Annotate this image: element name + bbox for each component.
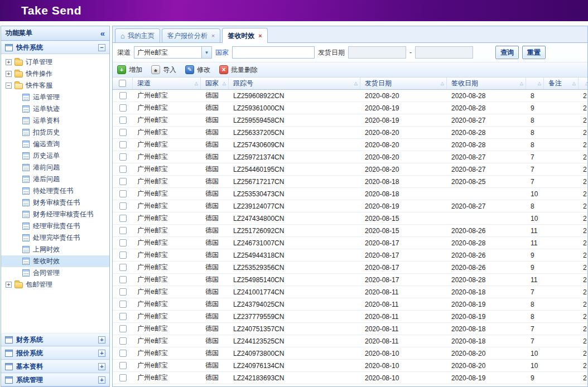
- column-header[interactable]: 发货日期△: [360, 78, 447, 89]
- expand-panel-icon[interactable]: +: [98, 350, 105, 357]
- tree-node[interactable]: +订单管理: [1, 56, 109, 68]
- panel-header[interactable]: 报价系统+: [1, 346, 109, 360]
- row-checkbox[interactable]: [119, 239, 127, 246]
- table-row[interactable]: 广州e邮宝德国LZ257430609CN2020-08-202020-08-28…: [113, 139, 587, 151]
- tree-leaf[interactable]: 财务审核责任书: [1, 197, 109, 209]
- sort-icon[interactable]: △: [354, 81, 358, 86]
- table-row[interactable]: 广州e邮宝德国LZ256717217CN2020-08-182020-08-25…: [113, 176, 587, 188]
- tab-receipt-aging[interactable]: 签收时效×: [222, 28, 267, 43]
- row-checkbox[interactable]: [119, 92, 127, 99]
- column-header[interactable]: △: [579, 78, 587, 89]
- tree-leaf[interactable]: 合同管理: [1, 267, 109, 279]
- row-checkbox[interactable]: [119, 190, 127, 197]
- table-row[interactable]: 广州e邮宝德国LZ246731007CN2020-08-172020-08-28…: [113, 237, 587, 249]
- country-input[interactable]: [232, 46, 315, 59]
- tab-customer-quote-analysis[interactable]: 客户报价分析×: [162, 28, 220, 42]
- tab-close-icon[interactable]: ×: [258, 33, 262, 39]
- row-checkbox[interactable]: [119, 276, 127, 283]
- add-button[interactable]: +增加: [117, 65, 142, 75]
- row-checkbox[interactable]: [119, 374, 127, 381]
- row-checkbox[interactable]: [119, 350, 127, 357]
- table-row[interactable]: 广州e邮宝德国LZ259721374CN2020-08-202020-08-27…: [113, 151, 587, 163]
- batch-delete-button[interactable]: ×批量删除: [219, 65, 258, 75]
- sort-icon[interactable]: △: [520, 81, 523, 86]
- select-all-checkbox[interactable]: [119, 80, 126, 87]
- collapse-sidebar-icon[interactable]: «: [100, 28, 105, 38]
- table-row[interactable]: 广州e邮宝德国LZ254944318CN2020-08-172020-08-26…: [113, 249, 587, 262]
- channel-select[interactable]: 广州e邮宝 ▼: [134, 46, 212, 59]
- table-row[interactable]: 广州e邮宝德国LZ253530473CN2020-08-18102: [113, 188, 587, 200]
- expand-panel-icon[interactable]: +: [98, 376, 105, 384]
- ship-date-to-input[interactable]: [415, 46, 473, 59]
- table-row[interactable]: 广州e邮宝德国LZ240751357CN2020-08-112020-08-18…: [113, 323, 587, 335]
- column-header[interactable]: 渠道△: [133, 78, 201, 89]
- row-checkbox[interactable]: [119, 325, 127, 332]
- column-header[interactable]: 签收日期△: [447, 78, 526, 89]
- column-header[interactable]: 跟踪号△: [229, 78, 360, 89]
- panel-header-express-system[interactable]: 快件系统 −: [1, 41, 109, 54]
- row-checkbox[interactable]: [119, 288, 127, 296]
- sort-icon[interactable]: △: [538, 81, 541, 86]
- tree-leaf[interactable]: 历史运单: [1, 150, 109, 162]
- tree-leaf[interactable]: 经理审批责任书: [1, 220, 109, 232]
- column-header[interactable]: △: [526, 78, 544, 89]
- tree-expander-icon[interactable]: −: [6, 83, 12, 89]
- import-button[interactable]: *导入: [151, 65, 176, 75]
- tree-leaf[interactable]: 处理完毕责任书: [1, 232, 109, 244]
- edit-button[interactable]: ✎修改: [185, 65, 210, 75]
- table-row[interactable]: 广州e邮宝德国LZ240973800CN2020-08-102020-08-20…: [113, 347, 587, 360]
- tab-close-icon[interactable]: ×: [211, 33, 215, 39]
- row-checkbox[interactable]: [119, 362, 127, 369]
- sort-icon[interactable]: △: [195, 81, 198, 86]
- row-checkbox[interactable]: [119, 227, 127, 234]
- table-row[interactable]: 广州e邮宝德国LZ259608922CN2020-08-202020-08-28…: [113, 90, 587, 102]
- row-checkbox[interactable]: [119, 141, 127, 148]
- search-button[interactable]: 查询: [495, 46, 519, 59]
- table-row[interactable]: 广州e邮宝德国LZ254460195CN2020-08-202020-08-27…: [113, 163, 587, 176]
- table-row[interactable]: 广州e邮宝德国LZ242183693CN2020-08-102020-08-19…: [113, 372, 587, 384]
- tree-leaf[interactable]: 财务经理审核责任书: [1, 209, 109, 220]
- reset-button[interactable]: 重置: [522, 46, 546, 59]
- table-row[interactable]: 广州e邮宝德国LZ253529356CN2020-08-172020-08-26…: [113, 262, 587, 274]
- expand-panel-icon[interactable]: +: [98, 363, 105, 370]
- collapse-panel-icon[interactable]: −: [98, 44, 105, 51]
- table-row[interactable]: 广州e邮宝德国LZ237779559CN2020-08-112020-08-19…: [113, 311, 587, 323]
- chevron-down-icon[interactable]: ▼: [201, 47, 211, 58]
- table-row[interactable]: 广州e邮宝德国LZ240976134CN2020-08-102020-08-20…: [113, 360, 587, 372]
- tree-leaf[interactable]: 签收时效: [1, 255, 109, 267]
- row-checkbox[interactable]: [119, 104, 127, 112]
- column-header[interactable]: 备注△: [544, 78, 579, 89]
- tree-leaf[interactable]: 港后问题: [1, 173, 109, 185]
- tree-leaf[interactable]: 运单资料: [1, 115, 109, 127]
- panel-header[interactable]: 财务系统+: [1, 333, 109, 346]
- tree-leaf[interactable]: 待处理责任书: [1, 185, 109, 197]
- row-checkbox[interactable]: [119, 301, 127, 308]
- column-header[interactable]: 国家△: [201, 78, 229, 89]
- expand-panel-icon[interactable]: +: [98, 336, 105, 344]
- row-checkbox[interactable]: [119, 153, 127, 161]
- sort-icon[interactable]: △: [572, 81, 576, 86]
- tree-leaf[interactable]: 港前问题: [1, 162, 109, 173]
- row-checkbox[interactable]: [119, 178, 127, 185]
- table-row[interactable]: 广州e邮宝德国LZ239124077CN2020-08-192020-08-27…: [113, 200, 587, 212]
- tree-node[interactable]: −快件客服: [1, 80, 109, 91]
- row-checkbox[interactable]: [119, 117, 127, 124]
- row-checkbox[interactable]: [119, 215, 127, 222]
- tree-node[interactable]: +包邮管理: [1, 279, 109, 291]
- sort-icon[interactable]: △: [223, 81, 226, 86]
- table-row[interactable]: 广州e邮宝德国LZ243794025CN2020-08-112020-08-19…: [113, 298, 587, 311]
- table-row[interactable]: 广州e邮宝德国LZ244123525CN2020-08-112020-08-18…: [113, 335, 587, 347]
- table-row[interactable]: 广州e邮宝德国LZ247434800CN2020-08-15102: [113, 212, 587, 225]
- row-checkbox[interactable]: [119, 264, 127, 271]
- ship-date-from-input[interactable]: [348, 46, 406, 59]
- table-row[interactable]: 广州e邮宝德国LZ259559458CN2020-08-192020-08-27…: [113, 114, 587, 127]
- tree-leaf[interactable]: 上网时效: [1, 244, 109, 255]
- sort-icon[interactable]: △: [441, 81, 444, 86]
- panel-header[interactable]: 系统管理+: [1, 373, 109, 386]
- row-checkbox[interactable]: [119, 129, 127, 136]
- row-checkbox[interactable]: [119, 337, 127, 345]
- table-row[interactable]: 广州e邮宝德国LZ241001774CN2020-08-112020-08-18…: [113, 286, 587, 298]
- table-row[interactable]: 广州e邮宝德国LZ251726092CN2020-08-152020-08-26…: [113, 225, 587, 237]
- sort-icon[interactable]: △: [585, 81, 587, 86]
- tree-leaf[interactable]: 扣货历史: [1, 127, 109, 138]
